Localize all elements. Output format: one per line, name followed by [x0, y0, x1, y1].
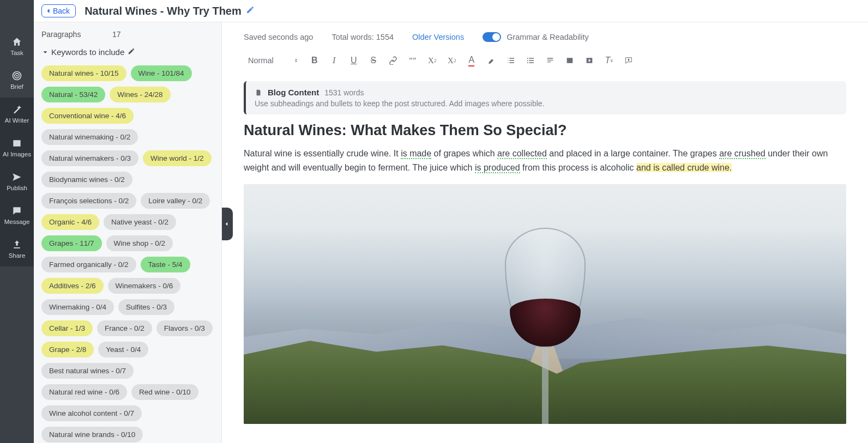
keywords-header-label: Keywords to include	[51, 47, 124, 57]
keyword-pill[interactable]: Wines - 24/28	[110, 87, 170, 102]
image-button[interactable]	[562, 53, 578, 68]
video-button[interactable]	[581, 53, 598, 68]
wand-icon	[11, 104, 22, 115]
nav-label: AI Images	[3, 151, 31, 157]
subscript-button[interactable]: X2	[424, 53, 441, 68]
svg-point-3	[527, 58, 528, 59]
keyword-pill[interactable]: Wine shop - 0/2	[106, 235, 173, 251]
back-button[interactable]: Back	[41, 4, 76, 17]
edit-title-button[interactable]	[246, 5, 255, 16]
svg-point-5	[527, 62, 528, 63]
blog-content-card: Blog Content 1531 words Use subheadings …	[244, 81, 846, 114]
grammar-hint[interactable]: is made	[401, 149, 431, 159]
keyword-pill[interactable]: Best natural wines - 0/7	[41, 363, 134, 379]
keyword-pill[interactable]: Winemakers - 0/6	[108, 278, 181, 294]
nav-share[interactable]: Share	[0, 233, 34, 266]
svg-point-2	[16, 75, 18, 77]
keyword-pill[interactable]: Sulfites - 0/3	[118, 299, 174, 315]
nav-label: Publish	[7, 185, 27, 191]
keyword-pill[interactable]: Grape - 2/8	[41, 342, 94, 357]
link-button[interactable]	[385, 53, 401, 68]
nav-label: AI Writer	[5, 117, 29, 124]
keywords-edit-button[interactable]	[128, 47, 135, 57]
align-icon	[546, 56, 554, 65]
bold-button[interactable]: B	[306, 53, 323, 68]
sidebar-collapse-handle[interactable]	[222, 208, 233, 240]
italic-button[interactable]: I	[326, 53, 342, 68]
document-icon	[255, 89, 262, 96]
keyword-pill[interactable]: Red wine - 0/10	[131, 384, 198, 400]
nav-label: Message	[4, 219, 30, 225]
article-paragraph: Natural wine is essentially crude wine. …	[244, 147, 846, 174]
quote-button[interactable]: ””	[405, 53, 421, 68]
unordered-list-button[interactable]	[522, 53, 539, 68]
grammar-toggle[interactable]	[483, 32, 501, 42]
style-select[interactable]: Normal	[244, 54, 303, 67]
keyword-pill[interactable]: Biodynamic wines - 0/2	[41, 172, 132, 187]
keyword-pill[interactable]: Yeast - 0/4	[98, 342, 148, 357]
grammar-hint[interactable]: are collected	[497, 149, 547, 159]
comment-icon	[624, 56, 633, 65]
nav-message[interactable]: Message	[0, 199, 34, 233]
keyword-pill[interactable]: France - 0/2	[97, 320, 152, 336]
keyword-pill[interactable]: Winemaking - 0/4	[41, 299, 114, 315]
topbar: Back Natural Wines - Why Try Them	[34, 0, 868, 22]
nav-brief[interactable]: Brief	[0, 64, 34, 98]
keyword-pill[interactable]: Natural red wine - 0/6	[41, 384, 127, 400]
text-color-button[interactable]: A	[463, 53, 480, 68]
keyword-pill[interactable]: Wine world - 1/2	[143, 150, 212, 166]
align-button[interactable]	[542, 53, 558, 68]
keyword-pill[interactable]: Natural wines - 10/15	[41, 65, 126, 81]
readability-hint[interactable]: and is called crude wine.	[636, 163, 732, 172]
highlight-button[interactable]	[483, 53, 499, 68]
keyword-pill[interactable]: Native yeast - 0/2	[104, 214, 176, 230]
superscript-button[interactable]: X2	[444, 53, 460, 68]
underline-button[interactable]: U	[346, 53, 362, 68]
keyword-pill[interactable]: Cellar - 1/3	[41, 320, 93, 336]
keyword-pill[interactable]: Natural winemaking - 0/2	[41, 129, 138, 145]
grammar-hint[interactable]: is produced	[475, 163, 520, 173]
keywords-header[interactable]: Keywords to include	[41, 42, 214, 62]
comment-button[interactable]	[620, 53, 637, 68]
nav-ai-writer[interactable]: AI Writer	[0, 98, 34, 131]
keyword-pill[interactable]: Natural wine brands - 0/10	[41, 427, 143, 442]
keyword-pill[interactable]: Natural - 53/42	[41, 87, 105, 102]
keyword-pill[interactable]: Natural winemakers - 0/3	[41, 150, 138, 166]
image-icon	[11, 138, 22, 149]
video-icon	[585, 56, 594, 65]
paragraph-label: Paragraphs	[41, 30, 112, 39]
link-icon	[389, 56, 397, 65]
keyword-pill[interactable]: Conventional wine - 4/6	[41, 108, 134, 124]
keyword-pill[interactable]: Loire valley - 0/2	[141, 193, 210, 209]
older-versions-link[interactable]: Older Versions	[412, 33, 464, 41]
keyword-pill[interactable]: Farmed organically - 0/2	[41, 257, 136, 272]
nav-label: Task	[10, 50, 23, 56]
keyword-pill[interactable]: Flavors - 0/3	[156, 320, 213, 336]
message-icon	[11, 205, 22, 216]
grammar-hint[interactable]: are crushed	[719, 149, 765, 159]
keyword-pill[interactable]: Taste - 5/4	[141, 257, 190, 272]
grammar-label: Grammar & Readability	[507, 33, 589, 41]
article-body[interactable]: Natural Wines: What Makes Them So Specia…	[222, 114, 868, 174]
keyword-pill[interactable]: Wine alcohol content - 0/7	[41, 405, 142, 421]
ordered-list-button[interactable]	[503, 53, 519, 68]
list-ul-icon	[526, 56, 535, 65]
editor: Saved seconds ago Total words: 1554 Olde…	[222, 22, 868, 443]
highlight-icon	[487, 56, 496, 65]
target-icon	[11, 70, 22, 81]
clear-format-button[interactable]: Tx	[601, 53, 617, 68]
editor-statusbar: Saved seconds ago Total words: 1554 Olde…	[222, 22, 868, 50]
page-title: Natural Wines - Why Try Them	[85, 5, 242, 17]
keyword-pill[interactable]: Wine - 101/84	[131, 65, 192, 81]
nav-publish[interactable]: Publish	[0, 165, 34, 199]
strike-button[interactable]: S	[365, 53, 382, 68]
keyword-pill[interactable]: Additives - 2/6	[41, 278, 104, 294]
nav-ai-images[interactable]: AI Images	[0, 131, 34, 165]
nav-task[interactable]: Task	[0, 30, 34, 64]
keyword-pill[interactable]: François selections - 0/2	[41, 193, 136, 209]
nav-label: Share	[9, 252, 26, 259]
article-heading: Natural Wines: What Makes Them So Specia…	[244, 122, 846, 139]
keyword-pill[interactable]: Organic - 4/6	[41, 214, 99, 230]
keyword-pill[interactable]: Grapes - 11/7	[41, 235, 102, 251]
navrail: Task Brief AI Writer AI Images Publish M…	[0, 0, 34, 443]
